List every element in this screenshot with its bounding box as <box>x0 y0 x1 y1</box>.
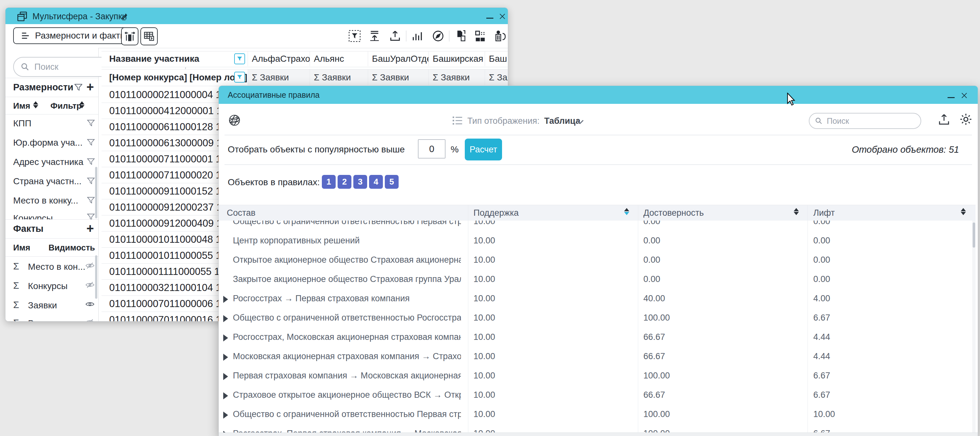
row-dim-subheader[interactable]: [Номер конкурса] [Номер лота] <box>102 69 248 85</box>
dialog-close-button[interactable] <box>959 91 969 100</box>
fact-item[interactable]: Конкурсы <box>28 281 67 291</box>
dimension-item[interactable]: Юр.форма уча... <box>13 133 83 152</box>
dialog-minimize-button[interactable] <box>945 86 957 104</box>
fact-item[interactable]: Выигравши... <box>28 318 83 321</box>
column-header[interactable]: АльфаСтрахова <box>248 51 310 66</box>
dialog-search[interactable] <box>809 113 921 129</box>
sort-filter-icon[interactable] <box>80 101 84 109</box>
display-type-dropdown[interactable]: Тип отображения: Таблица <box>467 116 581 126</box>
col-lift[interactable]: Лифт <box>813 205 835 221</box>
globe-icon[interactable] <box>228 113 241 127</box>
rule-row[interactable]: Закрытое акционерное общество Страховая … <box>219 270 972 289</box>
rule-row[interactable]: Общество с ограниченной ответственностью… <box>219 308 972 327</box>
minimize-button[interactable] <box>484 8 496 24</box>
rule-row[interactable]: Открытое акционерное общество Страховая … <box>219 250 972 270</box>
filter-button[interactable] <box>234 53 245 64</box>
dimensions-filter-icon[interactable] <box>73 83 83 92</box>
rule-row[interactable]: Общество с ограниченной ответственностью… <box>219 220 972 231</box>
sort-support-icon[interactable] <box>624 208 629 216</box>
fact-item[interactable]: Заявки <box>28 300 57 311</box>
dimension-item[interactable]: Место в конку... <box>13 191 78 210</box>
dialog-export-icon[interactable] <box>937 113 951 126</box>
facts-scrollbar[interactable] <box>95 255 97 299</box>
fact-item[interactable]: Место в кон... <box>28 262 86 272</box>
column-header[interactable]: БашУралОтдел <box>368 51 428 66</box>
rule-row[interactable]: Росгосстрах → Первая страховая компания … <box>219 289 972 308</box>
table-view-button[interactable] <box>140 27 158 45</box>
dimensions-scrollbar[interactable] <box>95 167 97 218</box>
column-header[interactable]: Баш <box>485 51 508 66</box>
chevron-down-icon[interactable] <box>576 119 584 125</box>
col-confidence[interactable]: Достоверность <box>643 205 704 221</box>
measure-header[interactable]: Σ Заявки <box>428 69 485 85</box>
expand-icon[interactable] <box>223 334 228 342</box>
close-button[interactable] <box>498 11 507 21</box>
expand-icon[interactable] <box>223 392 228 399</box>
filter-button[interactable] <box>234 72 245 83</box>
col-support[interactable]: Поддержка <box>474 205 519 221</box>
compass-icon[interactable] <box>431 29 445 43</box>
dim-col-filter[interactable]: Фильтр <box>51 101 81 111</box>
filter-icon[interactable] <box>86 138 95 147</box>
dimension-item[interactable]: КПП <box>13 114 32 133</box>
export-icon[interactable] <box>388 29 402 43</box>
rule-size-chip-1[interactable]: 1 <box>322 175 336 189</box>
rule-row[interactable]: Центр корпоративных решений 10.00 0.00 0… <box>219 231 972 251</box>
rule-row[interactable]: Росгосстрах, Московская акционерная стра… <box>219 327 972 347</box>
dimensions-facts-button[interactable]: Размерности и факты <box>13 27 134 44</box>
structure-icon[interactable] <box>474 29 487 43</box>
sort-name-icon[interactable] <box>33 101 38 109</box>
popularity-input[interactable] <box>418 139 445 158</box>
rule-row[interactable]: Общество с ограниченной ответственностью… <box>219 404 972 424</box>
horizontal-scroll-track[interactable] <box>219 433 978 436</box>
eye-icon[interactable] <box>85 299 95 309</box>
eye-off-icon[interactable] <box>85 261 95 270</box>
rule-row[interactable]: Страховое открытое акционерное общество … <box>219 385 972 405</box>
sort-confidence-icon[interactable] <box>794 208 799 216</box>
dimension-item[interactable]: Адрес участника <box>13 152 83 172</box>
rule-size-chip-3[interactable]: 3 <box>353 175 367 189</box>
measure-header[interactable]: Σ Заявки <box>248 69 310 85</box>
add-fact-button[interactable]: + <box>86 224 94 233</box>
copy-documents-icon[interactable] <box>454 29 467 43</box>
rule-size-chip-4[interactable]: 4 <box>369 175 383 189</box>
dim-col-name[interactable]: Имя <box>13 101 30 111</box>
import-icon[interactable] <box>368 29 381 43</box>
bar-chart-icon[interactable] <box>411 29 424 43</box>
column-header[interactable]: Башкирская ст <box>428 51 485 66</box>
expand-icon[interactable] <box>223 354 228 361</box>
filter-icon[interactable] <box>86 196 95 205</box>
column-header[interactable]: Альянс <box>310 51 368 66</box>
expand-icon[interactable] <box>223 412 228 418</box>
gear-icon[interactable] <box>959 112 973 126</box>
rule-row[interactable]: Росгосстрах, Первая страховая компания →… <box>219 424 972 433</box>
rule-size-chip-2[interactable]: 2 <box>337 175 352 189</box>
measure-header[interactable]: Σ Заявки <box>310 69 368 85</box>
row-dim-header[interactable]: Название участника <box>102 51 248 66</box>
data-view-icon[interactable] <box>494 29 507 43</box>
dialog-search-input[interactable] <box>826 116 905 126</box>
fact-col-visibility[interactable]: Видимость <box>48 243 95 253</box>
filter-selection-icon[interactable] <box>348 29 361 43</box>
main-titlebar[interactable]: Мультисфера - Закупки <box>5 8 508 24</box>
calculate-button[interactable]: Расчет <box>465 139 502 160</box>
expand-icon[interactable] <box>223 315 228 322</box>
expand-icon[interactable] <box>223 373 228 380</box>
col-consist[interactable]: Состав <box>227 205 255 221</box>
add-dimension-button[interactable]: + <box>86 82 94 92</box>
filter-icon[interactable] <box>86 177 95 185</box>
edit-title-icon[interactable] <box>121 12 129 21</box>
dimension-item[interactable]: Страна участн... <box>13 172 81 191</box>
expand-icon[interactable] <box>223 296 228 303</box>
filter-icon[interactable] <box>86 119 95 128</box>
measure-header[interactable]: Σ Заявки <box>368 69 428 85</box>
fact-col-name[interactable]: Имя <box>13 243 30 253</box>
rule-row[interactable]: Московская акционерная страховая компани… <box>219 347 972 366</box>
rules-scrollbar[interactable] <box>972 220 975 433</box>
eye-off-icon[interactable] <box>85 280 95 290</box>
filter-icon[interactable] <box>86 157 95 166</box>
measure-header[interactable]: Σ Заявки <box>485 69 508 85</box>
column-width-button[interactable] <box>121 27 138 45</box>
rule-row[interactable]: Первая страховая компания → Московская а… <box>219 366 972 385</box>
eye-off-icon[interactable] <box>85 317 95 321</box>
